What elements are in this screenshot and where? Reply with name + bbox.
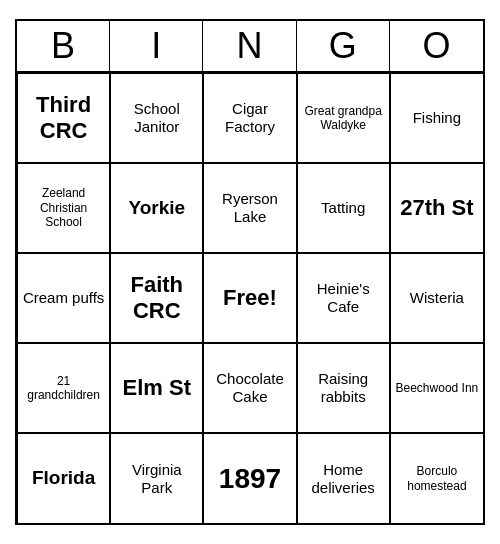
- bingo-cell-r1-c0: Zeeland Christian School: [17, 163, 110, 253]
- bingo-cell-r3-c0: 21 grandchildren: [17, 343, 110, 433]
- bingo-cell-r3-c3: Raising rabbits: [297, 343, 390, 433]
- bingo-cell-r2-c0: Cream puffs: [17, 253, 110, 343]
- bingo-cell-r0-c2: Cigar Factory: [203, 73, 296, 163]
- bingo-cell-r2-c3: Heinie's Cafe: [297, 253, 390, 343]
- header-letter-n: N: [203, 21, 296, 71]
- header-letter-o: O: [390, 21, 483, 71]
- bingo-cell-r2-c4: Wisteria: [390, 253, 483, 343]
- bingo-cell-r4-c1: Virginia Park: [110, 433, 203, 523]
- bingo-grid: Third CRCSchool JanitorCigar FactoryGrea…: [17, 73, 483, 523]
- bingo-cell-r0-c4: Fishing: [390, 73, 483, 163]
- bingo-cell-r0-c1: School Janitor: [110, 73, 203, 163]
- bingo-cell-r4-c0: Florida: [17, 433, 110, 523]
- bingo-cell-r1-c2: Ryerson Lake: [203, 163, 296, 253]
- header-letter-i: I: [110, 21, 203, 71]
- bingo-cell-r1-c1: Yorkie: [110, 163, 203, 253]
- bingo-cell-r3-c2: Chocolate Cake: [203, 343, 296, 433]
- bingo-cell-r2-c1: Faith CRC: [110, 253, 203, 343]
- bingo-card: BINGO Third CRCSchool JanitorCigar Facto…: [15, 19, 485, 525]
- bingo-cell-r4-c4: Borculo homestead: [390, 433, 483, 523]
- bingo-cell-r0-c0: Third CRC: [17, 73, 110, 163]
- bingo-header: BINGO: [17, 21, 483, 73]
- bingo-cell-r3-c4: Beechwood Inn: [390, 343, 483, 433]
- bingo-cell-r0-c3: Great grandpa Waldyke: [297, 73, 390, 163]
- bingo-cell-r3-c1: Elm St: [110, 343, 203, 433]
- bingo-cell-r1-c4: 27th St: [390, 163, 483, 253]
- bingo-cell-r4-c2: 1897: [203, 433, 296, 523]
- bingo-cell-r4-c3: Home deliveries: [297, 433, 390, 523]
- header-letter-g: G: [297, 21, 390, 71]
- bingo-cell-r1-c3: Tatting: [297, 163, 390, 253]
- bingo-cell-r2-c2: Free!: [203, 253, 296, 343]
- header-letter-b: B: [17, 21, 110, 71]
